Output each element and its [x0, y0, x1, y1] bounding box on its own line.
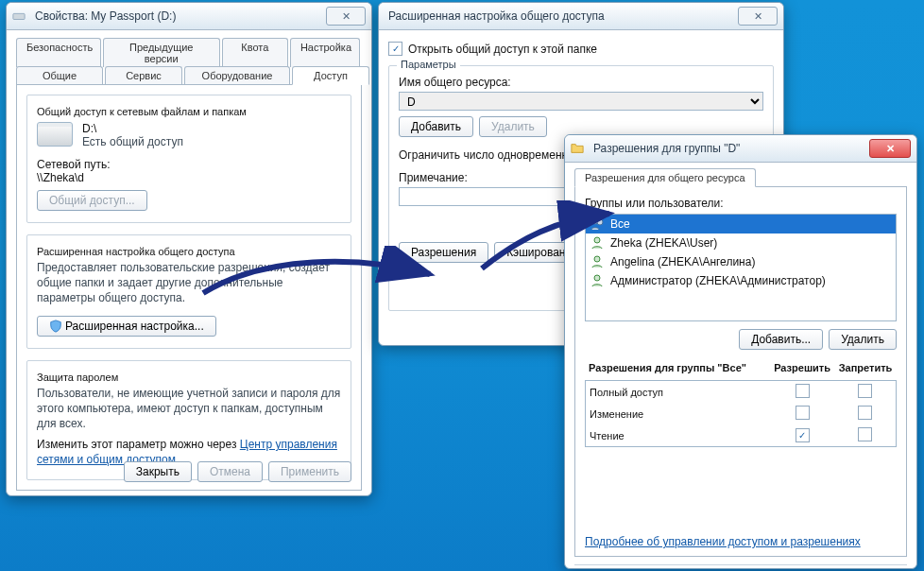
- tab-general[interactable]: Общие: [16, 66, 103, 85]
- netpath-label: Сетевой путь:: [37, 158, 341, 171]
- allow-checkbox[interactable]: ✓: [796, 428, 810, 442]
- svg-rect-0: [13, 13, 25, 19]
- group-legend: Общий доступ к сетевым файлам и папкам: [37, 106, 247, 117]
- network-sharing-group: Общий доступ к сетевым файлам и папкам D…: [26, 95, 351, 223]
- drive-icon: [12, 9, 26, 23]
- user-row[interactable]: Все: [586, 215, 896, 234]
- perm-for-label: Разрешения для группы "Все": [585, 359, 770, 376]
- perm-row: Полный доступ: [586, 381, 896, 403]
- folder-icon: [571, 142, 584, 155]
- user-name: Все: [610, 217, 630, 231]
- close-button[interactable]: ✕: [326, 7, 366, 26]
- deny-checkbox[interactable]: [858, 384, 872, 398]
- titlebar: Свойства: My Passport (D:) ✕: [7, 3, 371, 30]
- groups-label: Группы или пользователи:: [585, 197, 897, 210]
- svg-point-4: [594, 256, 600, 262]
- tab-row-lower: Общие Сервис Оборудование Доступ: [16, 66, 362, 85]
- tab-previous-versions[interactable]: Предыдущие версии: [103, 38, 220, 67]
- adv-btn-label: Расширенная настройка...: [65, 320, 204, 333]
- tab-quota[interactable]: Квота: [222, 38, 288, 67]
- titlebar: Расширенная настройка общего доступа ✕: [379, 3, 783, 30]
- learn-more-link[interactable]: Подробнее об управлении доступом и разре…: [585, 535, 861, 548]
- add-user-button[interactable]: Добавить...: [739, 329, 823, 350]
- user-row[interactable]: Angelina (ZHEKA\Ангелина): [586, 252, 896, 271]
- perm-name: Полный доступ: [586, 381, 771, 403]
- window-title: Свойства: My Passport (D:): [31, 9, 326, 23]
- group-icon: [590, 216, 605, 232]
- tab-row-upper: Безопасность Предыдущие версии Квота Нас…: [16, 38, 362, 67]
- allow-checkbox[interactable]: [796, 406, 810, 420]
- adv-desc: Предоставляет пользовательские разрешени…: [37, 260, 341, 306]
- advanced-sharing-group: Расширенная настройка общего доступа Пре…: [26, 234, 351, 349]
- svg-point-2: [597, 219, 603, 225]
- netpath-value: \\Zheka\d: [37, 171, 341, 184]
- tab-customize[interactable]: Настройка: [290, 38, 360, 67]
- add-share-button[interactable]: Добавить: [399, 116, 473, 137]
- del-share-button[interactable]: Удалить: [479, 116, 547, 137]
- perm-name: Изменение: [586, 403, 771, 424]
- deny-checkbox[interactable]: [858, 406, 872, 420]
- remove-user-button[interactable]: Удалить: [829, 329, 897, 350]
- perm-row: Чтение ✓: [586, 424, 896, 446]
- group-legend: Расширенная настройка общего доступа: [37, 246, 235, 257]
- pw-desc: Пользователи, не имеющие учетной записи …: [37, 386, 341, 432]
- user-list[interactable]: Все Zheka (ZHEKA\User) Angelina (ZHEKA\А…: [585, 214, 897, 321]
- drive-letter: D:\: [82, 122, 183, 135]
- user-icon: [590, 254, 605, 269]
- checkbox-box: ✓: [388, 42, 402, 56]
- user-icon: [590, 273, 605, 288]
- permissions-button[interactable]: Разрешения: [399, 242, 488, 263]
- apply-button[interactable]: Применить: [268, 461, 351, 482]
- col-allow: Разрешить: [770, 359, 834, 376]
- close-button[interactable]: ✕: [869, 139, 911, 158]
- tab-sharing[interactable]: Доступ: [292, 66, 369, 85]
- share-button[interactable]: Общий доступ...: [37, 190, 147, 211]
- cancel-button[interactable]: Отмена: [197, 461, 263, 482]
- user-icon: [590, 235, 605, 251]
- deny-checkbox[interactable]: [858, 427, 872, 441]
- checkbox-label: Открыть общий доступ к этой папке: [408, 43, 597, 56]
- col-deny: Запретить: [834, 359, 897, 376]
- user-name: Администратор (ZHEKA\Администратор): [610, 274, 826, 287]
- close-button[interactable]: ✕: [738, 7, 778, 26]
- tab-security[interactable]: Безопасность: [16, 38, 101, 67]
- perm-row: Изменение: [586, 403, 896, 424]
- close-button[interactable]: Закрыть: [124, 461, 192, 482]
- allow-checkbox[interactable]: [796, 384, 810, 398]
- advanced-sharing-button[interactable]: Расширенная настройка...: [37, 316, 216, 337]
- titlebar: Разрешения для группы "D" ✕: [565, 135, 916, 163]
- perm-name: Чтение: [586, 424, 771, 446]
- user-row[interactable]: Администратор (ZHEKA\Администратор): [586, 271, 896, 290]
- group-legend: Параметры: [397, 59, 460, 70]
- user-name: Zheka (ZHEKA\User): [610, 236, 717, 250]
- user-name: Angelina (ZHEKA\Ангелина): [610, 255, 755, 268]
- share-name-select[interactable]: D: [399, 92, 763, 111]
- drive-icon-large: [37, 122, 73, 147]
- tab-hardware[interactable]: Оборудование: [184, 66, 290, 85]
- share-status: Есть общий доступ: [82, 135, 183, 148]
- group-legend: Защита паролем: [37, 372, 118, 383]
- user-row[interactable]: Zheka (ZHEKA\User): [586, 234, 896, 252]
- tab-share-permissions[interactable]: Разрешения для общего ресурса: [574, 168, 756, 187]
- share-this-folder-checkbox[interactable]: ✓ Открыть общий доступ к этой папке: [388, 42, 774, 56]
- shield-icon: [49, 320, 62, 333]
- permissions-window: Разрешения для группы "D" ✕ Разрешения д…: [564, 134, 917, 569]
- svg-point-5: [594, 275, 600, 281]
- properties-window: Свойства: My Passport (D:) ✕ Безопасност…: [6, 2, 372, 496]
- pw-hint: Изменить этот параметр можно через: [37, 438, 240, 451]
- window-title: Разрешения для группы "D": [590, 142, 869, 155]
- window-title: Расширенная настройка общего доступа: [385, 9, 738, 23]
- share-name-label: Имя общего ресурса:: [399, 76, 763, 89]
- svg-point-3: [594, 237, 600, 243]
- tab-tools[interactable]: Сервис: [105, 66, 182, 85]
